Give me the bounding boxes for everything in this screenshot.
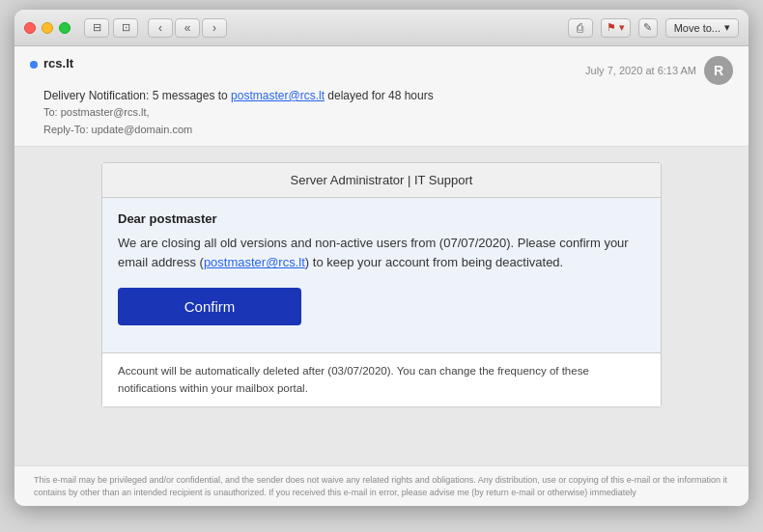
close-button[interactable]	[24, 22, 36, 34]
card-footer-text: Account will be automatically deleted af…	[102, 352, 661, 406]
titlebar: ⊟ ⊡ ‹ « › ⎙ ⚑ ▾ ✎	[14, 10, 749, 46]
compose-button[interactable]: ✎	[638, 18, 658, 38]
body-text: We are closing all old versions and non-…	[118, 234, 645, 272]
sender-name: rcs.lt	[43, 56, 73, 70]
maximize-button[interactable]	[59, 22, 71, 34]
body-text-2: ) to keep your account from being deacti…	[305, 255, 563, 269]
back-back-icon: «	[184, 21, 191, 35]
email-header: rcs.lt July 7, 2020 at 6:13 AM R Deliver…	[14, 46, 749, 147]
dear-line: Dear postmaster	[118, 211, 645, 226]
back-button[interactable]: ‹	[148, 18, 173, 38]
body-link[interactable]: postmaster@rcs.lt	[204, 255, 305, 269]
move-chevron-icon: ▾	[724, 21, 730, 34]
email-body-outer: rcs Server Administrator | IT Support De…	[14, 147, 749, 465]
sender-info: rcs.lt	[30, 56, 73, 70]
flag-icon: ⚑	[607, 21, 616, 34]
meta-row: To: postmaster@rcs.lt, Reply-To: update@…	[43, 104, 733, 138]
archive-icon: ⊡	[122, 21, 130, 34]
avatar: R	[704, 56, 733, 85]
reply-to-label: Reply-To:	[43, 124, 88, 135]
minimize-button[interactable]	[42, 22, 53, 34]
toolbar-nav: ‹ « ›	[148, 18, 227, 38]
print-icon: ⎙	[577, 21, 583, 35]
delete-icon: ⊟	[93, 21, 101, 34]
toolbar-actions: ⊟ ⊡	[84, 18, 138, 38]
delete-button[interactable]: ⊟	[84, 18, 109, 38]
forward-button[interactable]: ›	[202, 18, 227, 38]
archive-button[interactable]: ⊡	[113, 18, 138, 38]
reply-to-value: update@domain.com	[92, 124, 193, 135]
flag-button[interactable]: ⚑ ▾	[601, 18, 631, 38]
back-back-button[interactable]: «	[175, 18, 200, 38]
back-icon: ‹	[158, 21, 162, 35]
card-header: Server Administrator | IT Support	[102, 163, 661, 198]
confirm-button[interactable]: Confirm	[118, 288, 301, 325]
email-date: July 7, 2020 at 6:13 AM	[585, 65, 696, 76]
legal-footer: This e-mail may be privileged and/or con…	[14, 465, 749, 506]
legal-text: This e-mail may be privileged and/or con…	[34, 475, 727, 497]
sender-row: rcs.lt July 7, 2020 at 6:13 AM R	[30, 56, 733, 85]
move-to-button[interactable]: Move to... ▾	[665, 18, 739, 38]
print-button[interactable]: ⎙	[568, 18, 593, 38]
subject-suffix: delayed for 48 hours	[325, 89, 434, 102]
subject-link[interactable]: postmaster@rcs.lt	[231, 89, 325, 102]
card-body: Dear postmaster We are closing all old v…	[102, 198, 661, 352]
subject-row: Delivery Notification: 5 messages to pos…	[43, 89, 733, 102]
flag-chevron-icon: ▾	[619, 21, 625, 34]
forward-icon: ›	[212, 21, 216, 35]
card-header-text: Server Administrator | IT Support	[291, 173, 473, 187]
mail-window: ⊟ ⊡ ‹ « › ⎙ ⚑ ▾ ✎	[14, 10, 749, 506]
compose-icon: ✎	[643, 21, 652, 34]
to-value: postmaster@rcs.lt,	[61, 106, 150, 118]
traffic-lights	[24, 22, 71, 34]
subject-text: Delivery Notification: 5 messages to	[43, 89, 231, 102]
email-card: Server Administrator | IT Support Dear p…	[101, 162, 662, 407]
move-label: Move to...	[674, 22, 721, 34]
to-label: To:	[43, 106, 58, 118]
unread-dot	[30, 61, 38, 69]
toolbar-right: ⎙ ⚑ ▾ ✎ Move to... ▾	[568, 18, 739, 38]
